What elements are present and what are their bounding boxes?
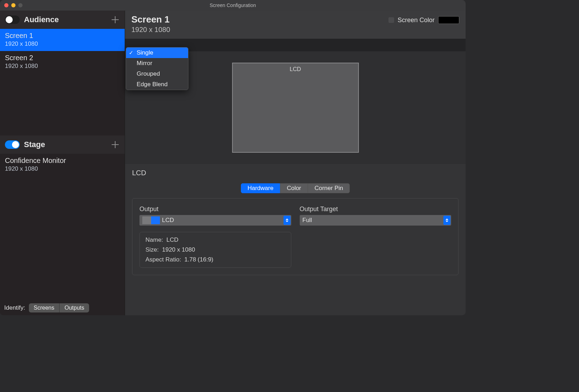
sidebar-item-screen[interactable]: Screen 1 1920 x 1080 [0, 29, 125, 51]
properties-panel: LCD Hardware Color Corner Pin Output LCD [125, 164, 466, 315]
output-target-label: Output Target [300, 206, 452, 213]
properties-tabs: Hardware Color Corner Pin [132, 183, 459, 193]
info-name-label: Name: [145, 236, 163, 243]
dropdown-item-mirror[interactable]: Mirror [126, 58, 188, 69]
dropdown-item-grouped[interactable]: Grouped [126, 69, 188, 79]
screen-item-name: Screen 1 [5, 32, 120, 40]
screen-config-window: Screen Configuration Audience Screen 1 1… [0, 0, 466, 315]
output-target-value: Full [303, 217, 312, 224]
sidebar-item-screen[interactable]: Confidence Monitor 1920 x 1080 [0, 154, 125, 176]
page-resolution: 1920 x 1080 [131, 26, 388, 34]
output-info-box: Name: LCD Size: 1920 x 1080 Aspect Ratio… [139, 232, 291, 268]
screen-color-swatch[interactable] [438, 16, 459, 24]
info-ar-value: 1.78 (16:9) [185, 256, 213, 263]
identify-bar: Identify: Screens Outputs [0, 301, 125, 315]
output-select-value: LCD [162, 217, 174, 224]
identify-segment[interactable]: Screens Outputs [29, 303, 89, 312]
screen-item-res: 1920 x 1080 [5, 165, 120, 172]
stepper-icon[interactable] [284, 216, 291, 225]
info-size-label: Size: [145, 246, 159, 253]
identify-label: Identify: [4, 304, 25, 311]
output-target-select[interactable]: Full [300, 215, 452, 226]
screen-item-name: Confidence Monitor [5, 157, 120, 165]
screen-color-label: Screen Color [398, 17, 435, 24]
sidebar-item-screen[interactable]: Screen 2 1920 x 1080 [0, 51, 125, 73]
identify-screens-button[interactable]: Screens [29, 303, 60, 312]
tab-color[interactable]: Color [280, 183, 308, 193]
tab-hardware[interactable]: Hardware [241, 183, 280, 193]
hardware-panel: Output LCD Output Target Full [132, 198, 459, 275]
screen-item-name: Screen 2 [5, 54, 120, 62]
audience-label: Audience [24, 15, 106, 24]
plus-icon[interactable] [111, 140, 120, 149]
info-name-value: LCD [167, 236, 179, 243]
page-title: Screen 1 [131, 14, 388, 25]
screen-color-checkbox[interactable] [388, 17, 394, 23]
identify-outputs-button[interactable]: Outputs [59, 303, 89, 312]
info-ar-label: Aspect Ratio: [145, 256, 181, 263]
titlebar: Screen Configuration [0, 0, 466, 11]
main-header: Screen 1 1920 x 1080 Screen Color [125, 11, 466, 39]
stage-section-header: Stage [0, 135, 125, 154]
dropdown-item-edgeblend[interactable]: Edge Blend [126, 79, 188, 90]
properties-title: LCD [132, 169, 459, 177]
output-label: Output [139, 206, 291, 213]
window-title: Screen Configuration [0, 2, 466, 8]
screen-item-res: 1920 x 1080 [5, 63, 120, 70]
tab-cornerpin[interactable]: Corner Pin [308, 183, 350, 193]
stage-toggle[interactable] [5, 140, 20, 149]
info-size-value: 1920 x 1080 [162, 246, 195, 253]
output-rect-lcd[interactable]: LCD [232, 63, 359, 153]
plus-icon[interactable] [111, 15, 120, 24]
dropdown-item-single[interactable]: Single [126, 48, 188, 58]
stepper-icon[interactable] [443, 216, 450, 225]
stage-label: Stage [24, 140, 106, 149]
main-panel: Screen 1 1920 x 1080 Screen Color Single… [125, 11, 466, 315]
arrangement-dropdown[interactable]: Single Mirror Grouped Edge Blend [126, 47, 188, 90]
audience-toggle[interactable] [5, 15, 20, 24]
output-select[interactable]: LCD [139, 215, 291, 226]
output-rect-label: LCD [290, 66, 301, 152]
screen-item-res: 1920 x 1080 [5, 40, 120, 48]
sidebar: Audience Screen 1 1920 x 1080 Screen 2 1… [0, 11, 125, 315]
audience-section-header: Audience [0, 11, 125, 29]
